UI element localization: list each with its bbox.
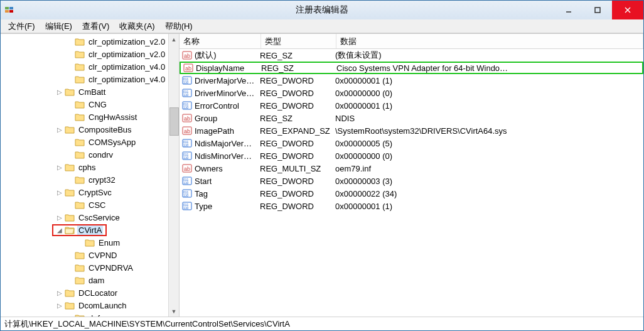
scroll-thumb[interactable] (169, 107, 179, 136)
svg-text:ab: ab (184, 53, 190, 59)
folder-icon (75, 37, 85, 46)
tree-node[interactable]: dam (1, 274, 179, 286)
value-row[interactable]: ab(默认)REG_SZ(数值未设置) (180, 49, 643, 62)
value-row[interactable]: 011110NdisMinorVer…REG_DWORD0x00000000 (… (180, 149, 643, 162)
tree-node[interactable]: ▷CscService (1, 211, 179, 224)
menu-help[interactable]: 帮助(H) (160, 19, 198, 33)
value-row[interactable]: 011110ErrorControlREG_DWORD0x00000001 (1… (180, 99, 643, 112)
tree-node[interactable]: CngHwAssist (1, 111, 179, 123)
registry-tree[interactable]: clr_optimization_v2.0clr_optimization_v2… (1, 35, 179, 317)
tree-node[interactable]: ▷CompositeBus (1, 123, 179, 136)
value-type: REG_DWORD (260, 176, 335, 186)
list-header: 名称 类型 数据 (180, 34, 643, 49)
svg-text:ab: ab (185, 65, 191, 72)
window-title: 注册表编辑器 (296, 4, 348, 16)
tree-node[interactable]: CSC (1, 198, 179, 211)
tree-node[interactable]: clr_optimization_v2.0 (1, 48, 179, 60)
menu-favorites[interactable]: 收藏夹(A) (114, 19, 159, 33)
tree-node[interactable]: defragsvc (1, 312, 179, 317)
tree-node[interactable]: ▷cphs (1, 161, 179, 173)
col-header-data[interactable]: 数据 (336, 34, 643, 48)
tree-node[interactable]: ▷DCLocator (1, 286, 179, 299)
tree-node[interactable]: clr_optimization_v4.0 (1, 73, 179, 85)
value-name: Group (195, 114, 217, 123)
value-data: 0x00000003 (3) (335, 176, 643, 186)
value-type: REG_SZ (260, 114, 335, 123)
list-pane[interactable]: 名称 类型 数据 ab(默认)REG_SZ(数值未设置)abDisplayNam… (180, 34, 643, 317)
close-button[interactable] (612, 1, 643, 19)
value-name: NdisMajorVer… (195, 139, 252, 148)
col-header-name[interactable]: 名称 (180, 34, 261, 48)
minimize-button[interactable] (554, 1, 583, 19)
tree-node[interactable]: ◢CVirtA (1, 224, 179, 236)
expand-icon[interactable]: ▷ (56, 189, 63, 196)
value-data: NDIS (335, 114, 643, 123)
menu-edit[interactable]: 编辑(E) (40, 19, 77, 33)
value-row[interactable]: 011110TypeREG_DWORD0x00000001 (1) (180, 200, 643, 212)
binary-value-icon: 011110 (182, 188, 192, 198)
list-body[interactable]: ab(默认)REG_SZ(数值未设置)abDisplayNameREG_SZCi… (180, 49, 643, 317)
value-data: Cisco Systems VPN Adapter for 64-bit Win… (336, 63, 642, 73)
tree-node[interactable]: crypt32 (1, 173, 179, 186)
value-row[interactable]: 011110StartREG_DWORD0x00000003 (3) (180, 175, 643, 187)
tree-node[interactable]: COMSysApp (1, 136, 179, 148)
scroll-up-button[interactable]: ▲ (169, 34, 179, 45)
svg-rect-3 (9, 10, 13, 13)
menu-view[interactable]: 查看(V) (77, 19, 114, 33)
tree-node-label: CryptSvc (77, 188, 113, 197)
value-row[interactable]: 011110TagREG_DWORD0x00000022 (34) (180, 187, 643, 200)
svg-text:ab: ab (184, 166, 190, 172)
tree-node-label: CompositeBus (77, 125, 133, 134)
expand-icon[interactable]: ▷ (56, 164, 63, 171)
value-type: REG_MULTI_SZ (260, 164, 335, 173)
value-row[interactable]: 011110NdisMajorVer…REG_DWORD0x00000005 (… (180, 137, 643, 149)
tree-node[interactable]: CVPNDRVA (1, 261, 179, 274)
binary-value-icon: 011110 (182, 88, 192, 98)
menu-file[interactable]: 文件(F) (3, 19, 40, 33)
value-row[interactable]: 011110DriverMajorVe…REG_DWORD0x00000001 … (180, 74, 643, 87)
svg-text:110: 110 (183, 93, 189, 97)
collapse-icon[interactable]: ◢ (56, 227, 63, 234)
expand-icon[interactable]: ▷ (56, 126, 63, 133)
value-row[interactable]: abOwnersREG_MULTI_SZoem79.inf (180, 162, 643, 175)
expand-icon[interactable]: ▷ (56, 89, 63, 95)
expand-icon[interactable]: ▷ (56, 290, 63, 296)
scroll-down-button[interactable]: ▼ (169, 306, 179, 317)
value-row[interactable]: abGroupREG_SZNDIS (180, 112, 643, 124)
value-type: REG_DWORD (260, 189, 335, 198)
tree-pane[interactable]: clr_optimization_v2.0clr_optimization_v2… (1, 34, 180, 317)
string-value-icon: ab (182, 126, 192, 136)
tree-node[interactable]: condrv (1, 148, 179, 161)
tree-node[interactable]: ▷DcomLaunch (1, 299, 179, 312)
maximize-button[interactable] (583, 1, 612, 19)
tree-node-label: CscService (77, 213, 121, 222)
folder-icon (65, 125, 75, 134)
tree-node-label: clr_optimization_v4.0 (87, 75, 166, 84)
col-header-type[interactable]: 类型 (261, 34, 336, 48)
tree-node-label: CSC (87, 200, 107, 210)
svg-text:110: 110 (183, 181, 189, 185)
tree-node[interactable]: clr_optimization_v2.0 (1, 35, 179, 48)
svg-text:110: 110 (183, 106, 189, 109)
tree-node-label: CVPND (87, 251, 119, 260)
tree-node[interactable]: CVPND (1, 249, 179, 261)
value-row[interactable]: 011110DriverMinorVe…REG_DWORD0x00000000 … (180, 87, 643, 99)
value-row[interactable]: abImagePathREG_EXPAND_SZ\SystemRoot\syst… (180, 124, 643, 137)
value-name: Tag (195, 189, 208, 198)
expand-icon[interactable]: ▷ (56, 302, 63, 309)
string-value-icon: ab (183, 63, 193, 73)
tree-node-label: DCLocator (77, 288, 119, 298)
tree-node[interactable]: ▷CryptSvc (1, 186, 179, 198)
tree-node[interactable]: clr_optimization_v4.0 (1, 60, 179, 73)
tree-node-label: dam (87, 276, 105, 285)
expand-icon[interactable]: ▷ (56, 214, 63, 221)
value-row[interactable]: abDisplayNameREG_SZCisco Systems VPN Ada… (180, 62, 643, 74)
value-name: Type (195, 202, 212, 211)
value-type: REG_DWORD (260, 101, 335, 111)
tree-node[interactable]: CNG (1, 98, 179, 111)
tree-node-label: CmBatt (77, 87, 107, 97)
tree-scrollbar[interactable]: ▲ ▼ (168, 34, 179, 317)
titlebar[interactable]: 注册表编辑器 (1, 1, 643, 19)
tree-node[interactable]: Enum (1, 236, 179, 249)
tree-node[interactable]: ▷CmBatt (1, 85, 179, 98)
